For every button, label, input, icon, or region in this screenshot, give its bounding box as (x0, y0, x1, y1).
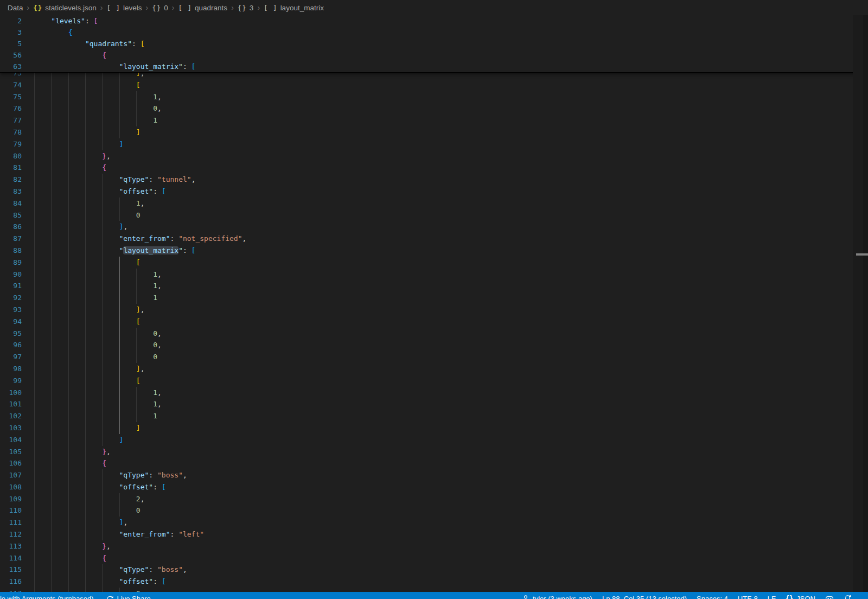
code-line-111[interactable]: 111 ], (0, 517, 868, 528)
code-line-76[interactable]: 76 0, (0, 103, 868, 114)
code-line-104[interactable]: 104 ] (0, 434, 868, 446)
status-item-run-task[interactable]: ile with Arguments (turnbased) (0, 594, 94, 599)
line-number: 86 (0, 221, 34, 233)
code-line-114[interactable]: 114 { (0, 552, 868, 564)
code-line-115[interactable]: 115 "qType": "boss", (0, 564, 868, 576)
status-item-indentation[interactable]: Spaces: 4 (697, 594, 728, 599)
code-line-94[interactable]: 94 [ (0, 316, 868, 328)
sticky-line-3[interactable]: 3 { (0, 27, 868, 38)
breadcrumb-item-staticlevels-json[interactable]: {}staticlevels.json (33, 4, 97, 12)
sticky-line-5[interactable]: 5 "quadrants": [ (0, 38, 868, 49)
indent-guide (102, 351, 103, 363)
indent-guide (85, 540, 86, 552)
sticky-scroll[interactable]: 2 "levels": [3 {5 "quadrants": [56 {63 "… (0, 15, 868, 73)
indent-guide (136, 328, 137, 340)
line-content: 1, (34, 398, 868, 410)
breadcrumb-label: staticlevels.json (45, 4, 97, 12)
braces-icon: {} (786, 595, 793, 599)
code-line-79[interactable]: 79 ] (0, 138, 868, 150)
code-line-99[interactable]: 99 [ (0, 375, 868, 387)
code-line-83[interactable]: 83 "offset": [ (0, 186, 868, 197)
code-line-86[interactable]: 86 ], (0, 221, 868, 233)
indent-guide (51, 517, 52, 528)
indent-guide (68, 103, 69, 114)
code-line-87[interactable]: 87 "enter_from": "not_specified", (0, 233, 868, 245)
code-line-74[interactable]: 74 [ (0, 79, 868, 91)
code-line-103[interactable]: 103 ] (0, 422, 868, 434)
code-line-85[interactable]: 85 0 (0, 209, 868, 221)
line-content: 0 (34, 588, 868, 592)
indent-guide (68, 186, 69, 197)
code-line-95[interactable]: 95 0, (0, 328, 868, 340)
code-line-106[interactable]: 106 { (0, 457, 868, 469)
indent-guide (85, 481, 86, 493)
status-item-eol[interactable]: LF (768, 594, 776, 599)
code-line-110[interactable]: 110 0 (0, 505, 868, 517)
sticky-line-56[interactable]: 56 { (0, 49, 868, 61)
code-line-91[interactable]: 91 1, (0, 280, 868, 292)
indent-guide (34, 138, 35, 150)
scrollbar-track[interactable] (863, 15, 868, 592)
code-line-96[interactable]: 96 0, (0, 339, 868, 351)
code-line-88[interactable]: 88 "layout_matrix": [ (0, 245, 868, 257)
code-line-77[interactable]: 77 1 (0, 114, 868, 126)
code-line-100[interactable]: 100 1, (0, 387, 868, 399)
code-line-117[interactable]: 117 0 (0, 588, 868, 592)
indent-guide (136, 269, 137, 281)
code-line-116[interactable]: 116 "offset": [ (0, 576, 868, 588)
sticky-line-63[interactable]: 63 "layout_matrix": [ (0, 61, 868, 72)
indent-guide (68, 328, 69, 340)
code-line-81[interactable]: 81 { (0, 162, 868, 174)
breadcrumb-item-3[interactable]: {}3 (238, 4, 254, 12)
breadcrumb-item-layout-matrix[interactable]: [ ]layout_matrix (264, 4, 324, 12)
code-line-78[interactable]: 78 ] (0, 126, 868, 138)
breadcrumb-item-quadrants[interactable]: [ ]quadrants (178, 4, 228, 12)
code-line-97[interactable]: 97 0 (0, 351, 868, 363)
status-item-copilot-status[interactable] (825, 594, 834, 599)
status-item-label: Ln 88, Col 35 (13 selected) (602, 595, 687, 599)
status-item-live-share[interactable]: Live Share (106, 594, 151, 599)
code-line-80[interactable]: 80 }, (0, 150, 868, 162)
status-item-notifications[interactable] (844, 594, 852, 599)
indent-guide (34, 126, 35, 138)
code-line-105[interactable]: 105 }, (0, 446, 868, 458)
code-line-101[interactable]: 101 1, (0, 398, 868, 410)
code-line-102[interactable]: 102 1 (0, 410, 868, 422)
indent-guide (119, 493, 120, 505)
indent-guide (85, 564, 86, 576)
editor[interactable]: 73 ],74 [75 1,76 0,77 178 ]79 ] (0, 15, 868, 592)
code-line-84[interactable]: 84 1, (0, 197, 868, 209)
code-line-113[interactable]: 113 }, (0, 540, 868, 552)
code-line-98[interactable]: 98 ], (0, 363, 868, 375)
indent-guide (85, 398, 86, 410)
breadcrumb-item-levels[interactable]: [ ]levels (106, 4, 142, 12)
status-item-cursor-position[interactable]: Ln 88, Col 35 (13 selected) (602, 594, 687, 599)
status-item-language-mode[interactable]: {}JSON (786, 594, 815, 599)
code-line-89[interactable]: 89 [ (0, 257, 868, 269)
overview-ruler[interactable] (853, 15, 868, 592)
code-line-107[interactable]: 107 "qType": "boss", (0, 469, 868, 481)
code-line-109[interactable]: 109 2, (0, 493, 868, 505)
code-line-90[interactable]: 90 1, (0, 269, 868, 281)
breadcrumb-item-0[interactable]: {}0 (152, 4, 168, 12)
code-line-75[interactable]: 75 1, (0, 91, 868, 103)
code-line-93[interactable]: 93 ], (0, 304, 868, 316)
code-area[interactable]: 73 ],74 [75 1,76 0,77 178 ]79 ] (0, 67, 868, 592)
status-item-git-blame[interactable]: tyler (3 weeks ago) (522, 594, 592, 599)
code-line-112[interactable]: 112 "enter_from": "left" (0, 528, 868, 540)
status-item-encoding[interactable]: UTF-8 (738, 594, 758, 599)
indent-guide (68, 91, 69, 103)
indent-guide (34, 564, 35, 576)
code-line-108[interactable]: 108 "offset": [ (0, 481, 868, 493)
breadcrumb-item-data[interactable]: Data (8, 4, 23, 12)
indent-guide (51, 410, 52, 422)
indent-guide (34, 197, 35, 209)
sticky-line-2[interactable]: 2 "levels": [ (0, 15, 868, 27)
code-line-82[interactable]: 82 "qType": "tunnel", (0, 174, 868, 186)
line-number: 105 (0, 446, 34, 458)
line-content: "enter_from": "left" (34, 528, 868, 540)
line-number: 82 (0, 174, 34, 186)
code-line-92[interactable]: 92 1 (0, 292, 868, 304)
indent-guide (136, 103, 137, 114)
indent-guide (85, 174, 86, 186)
